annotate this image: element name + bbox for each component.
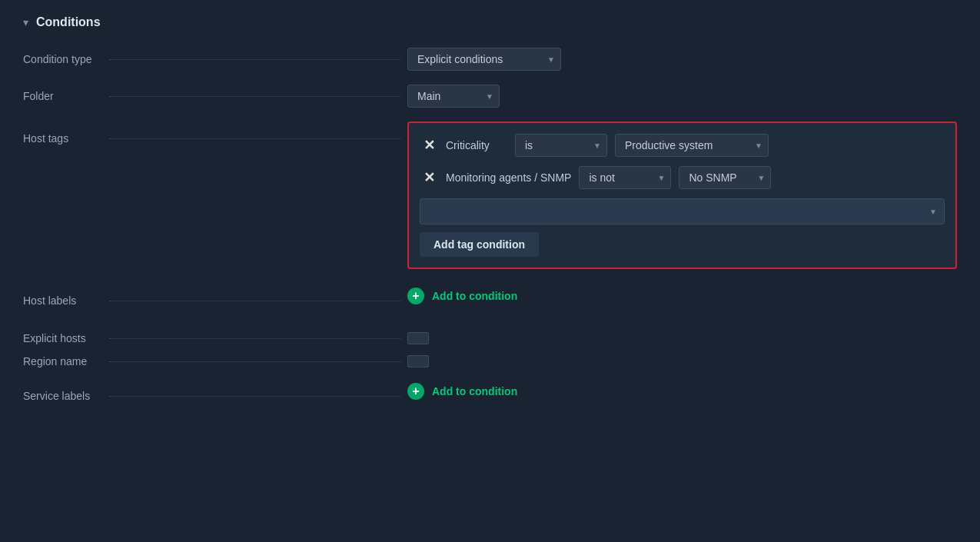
host-labels-add-condition: + Add to condition bbox=[407, 288, 957, 304]
service-labels-add-condition: + Add to condition bbox=[407, 383, 957, 400]
tag-name-2: Monitoring agents / SNMP bbox=[446, 171, 571, 184]
tag-value-1-select[interactable]: Productive system Test system Business c… bbox=[615, 134, 769, 157]
tag-name-1: Criticality bbox=[446, 139, 507, 151]
service-labels-plus-icon[interactable]: + bbox=[407, 383, 424, 400]
explicit-hosts-label-text: Explicit hosts bbox=[23, 332, 100, 344]
tag-row-2: ✕ Monitoring agents / SNMP is is not No … bbox=[420, 166, 945, 189]
explicit-hosts-control bbox=[407, 332, 957, 344]
tag-row-1: ✕ Criticality is is not Productive syste… bbox=[420, 134, 945, 157]
service-labels-add-text[interactable]: Add to condition bbox=[432, 385, 517, 397]
tag-value-2-select[interactable]: No SNMP SNMP v1 SNMP v2c SNMP v3 bbox=[679, 166, 771, 189]
region-name-label-text: Region name bbox=[23, 355, 100, 367]
tag-operator-2-select[interactable]: is is not bbox=[579, 166, 671, 189]
explicit-hosts-row: Explicit hosts bbox=[23, 332, 957, 344]
condition-type-label: Condition type bbox=[23, 53, 407, 65]
folder-label: Folder bbox=[23, 90, 407, 102]
chevron-icon[interactable]: ▾ bbox=[23, 16, 28, 28]
host-labels-row: Host labels + Add to condition bbox=[23, 283, 957, 318]
folder-select-wrapper: Main Other bbox=[407, 85, 500, 108]
folder-select[interactable]: Main Other bbox=[407, 85, 500, 108]
host-labels-dotted bbox=[109, 301, 401, 301]
host-tags-dotted bbox=[109, 138, 401, 139]
tag-operator-1-select[interactable]: is is not bbox=[515, 134, 607, 157]
host-labels-plus-icon[interactable]: + bbox=[407, 288, 424, 304]
host-tags-row: Host tags ✕ Criticality is is not Produc… bbox=[23, 121, 957, 269]
host-labels-label: Host labels bbox=[23, 294, 407, 307]
service-labels-label: Service labels bbox=[23, 390, 407, 402]
section-title: Conditions bbox=[36, 15, 101, 29]
explicit-hosts-toggle[interactable] bbox=[407, 332, 429, 344]
tag-value-1-wrapper: Productive system Test system Business c… bbox=[615, 134, 769, 157]
service-labels-label-text: Service labels bbox=[23, 390, 100, 402]
host-tags-label: Host tags bbox=[23, 132, 407, 145]
service-labels-control: + Add to condition bbox=[407, 378, 957, 414]
tag-dropdown-row bbox=[420, 198, 945, 224]
condition-type-select-wrapper: Explicit conditions All hosts Custom bbox=[407, 48, 561, 71]
region-name-control bbox=[407, 355, 957, 367]
tag-value-2-wrapper: No SNMP SNMP v1 SNMP v2c SNMP v3 bbox=[679, 166, 771, 189]
condition-type-label-text: Condition type bbox=[23, 53, 100, 65]
tag-operator-1-wrapper: is is not bbox=[515, 134, 607, 157]
region-name-dotted bbox=[109, 361, 401, 362]
host-labels-control: + Add to condition bbox=[407, 283, 957, 318]
close-tag-1-button[interactable]: ✕ bbox=[420, 136, 438, 155]
explicit-hosts-dotted bbox=[109, 338, 401, 339]
region-name-label: Region name bbox=[23, 355, 407, 367]
close-tag-2-button[interactable]: ✕ bbox=[420, 168, 438, 187]
folder-label-text: Folder bbox=[23, 90, 100, 102]
service-labels-dotted bbox=[109, 396, 401, 397]
folder-dotted bbox=[109, 96, 401, 97]
host-labels-label-text: Host labels bbox=[23, 294, 100, 307]
tag-operator-2-wrapper: is is not bbox=[579, 166, 671, 189]
folder-row: Folder Main Other bbox=[23, 85, 957, 108]
condition-type-select[interactable]: Explicit conditions All hosts Custom bbox=[407, 48, 561, 71]
tag-category-select[interactable] bbox=[420, 198, 945, 224]
add-tag-condition-button[interactable]: Add tag condition bbox=[420, 232, 539, 257]
service-labels-row: Service labels + Add to condition bbox=[23, 378, 957, 414]
region-name-toggle[interactable] bbox=[407, 355, 429, 367]
region-name-row: Region name bbox=[23, 355, 957, 367]
host-labels-add-text[interactable]: Add to condition bbox=[432, 290, 517, 302]
host-tags-label-text: Host tags bbox=[23, 132, 100, 145]
explicit-hosts-label: Explicit hosts bbox=[23, 332, 407, 344]
conditions-section-header: ▾ Conditions bbox=[23, 15, 957, 29]
condition-type-control: Explicit conditions All hosts Custom bbox=[407, 48, 957, 71]
host-tags-box: ✕ Criticality is is not Productive syste… bbox=[407, 121, 957, 269]
condition-type-row: Condition type Explicit conditions All h… bbox=[23, 48, 957, 71]
condition-type-dotted bbox=[109, 59, 401, 60]
tag-category-select-wrapper bbox=[420, 198, 945, 224]
folder-control: Main Other bbox=[407, 85, 957, 108]
